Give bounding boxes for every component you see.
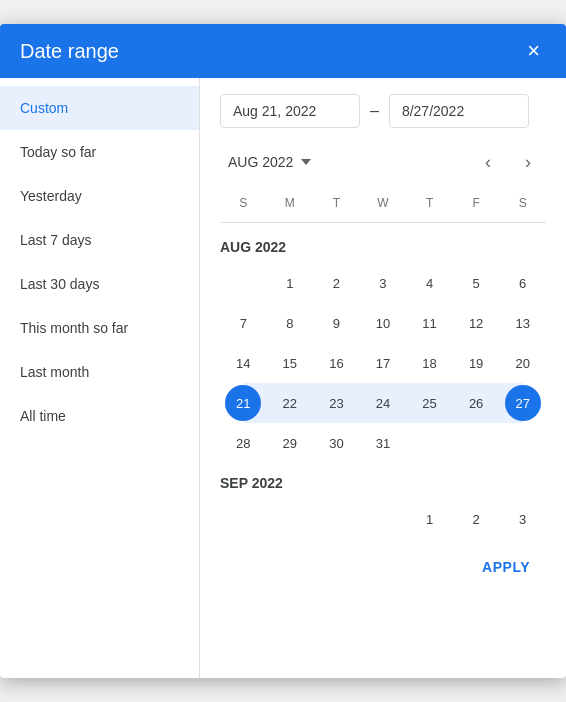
aug-empty2 — [406, 423, 453, 463]
month-year-button[interactable]: AUG 2022 — [220, 150, 319, 174]
sep-day-3[interactable]: 3 — [499, 499, 546, 539]
aug-day-6[interactable]: 6 — [499, 263, 546, 303]
sidebar-item-today[interactable]: Today so far — [0, 130, 199, 174]
sidebar: Custom Today so far Yesterday Last 7 day… — [0, 78, 200, 678]
weekday-w: W — [360, 192, 407, 214]
sep-week1: 1 2 3 — [220, 499, 546, 539]
sep-day-2[interactable]: 2 — [453, 499, 500, 539]
apply-button[interactable]: APPLY — [470, 551, 542, 583]
start-date-input[interactable] — [220, 94, 360, 128]
sep-empty4 — [360, 499, 407, 539]
weekday-f: F — [453, 192, 500, 214]
month-year-label: AUG 2022 — [228, 154, 293, 170]
aug-day-8[interactable]: 8 — [267, 303, 314, 343]
aug-day-3[interactable]: 3 — [360, 263, 407, 303]
date-range-dialog: Date range × Custom Today so far Yesterd… — [0, 24, 566, 678]
aug-day-22[interactable]: 22 — [267, 383, 314, 423]
sep-empty2 — [267, 499, 314, 539]
aug-day-13[interactable]: 13 — [499, 303, 546, 343]
aug-day-19[interactable]: 19 — [453, 343, 500, 383]
sidebar-item-yesterday[interactable]: Yesterday — [0, 174, 199, 218]
calendar-panel: – AUG 2022 ‹ › S M T W T — [200, 78, 566, 678]
sep-2022-label: SEP 2022 — [220, 463, 546, 499]
aug-day-2[interactable]: 2 — [313, 263, 360, 303]
close-button[interactable]: × — [521, 38, 546, 64]
sep-day-1[interactable]: 1 — [406, 499, 453, 539]
aug-week2: 7 8 9 10 11 12 13 — [220, 303, 546, 343]
aug-day-15[interactable]: 15 — [267, 343, 314, 383]
aug-week4: 21 22 23 24 25 26 27 — [220, 383, 546, 423]
weekday-s2: S — [499, 192, 546, 214]
end-date-input[interactable] — [389, 94, 529, 128]
dropdown-arrow-icon — [301, 159, 311, 165]
aug-day-25[interactable]: 25 — [406, 383, 453, 423]
aug-day-21[interactable]: 21 — [220, 383, 267, 423]
sidebar-item-thismonth[interactable]: This month so far — [0, 306, 199, 350]
aug-day-28[interactable]: 28 — [220, 423, 267, 463]
aug-day-23[interactable]: 23 — [313, 383, 360, 423]
aug-day-30[interactable]: 30 — [313, 423, 360, 463]
sep-empty3 — [313, 499, 360, 539]
calendar-nav: AUG 2022 ‹ › — [220, 144, 546, 180]
next-month-button[interactable]: › — [510, 144, 546, 180]
aug-day-20[interactable]: 20 — [499, 343, 546, 383]
aug-day-16[interactable]: 16 — [313, 343, 360, 383]
aug-day-4[interactable]: 4 — [406, 263, 453, 303]
weekday-s1: S — [220, 192, 267, 214]
sidebar-item-last30[interactable]: Last 30 days — [0, 262, 199, 306]
aug-empty1 — [220, 263, 267, 303]
aug-2022-label: AUG 2022 — [220, 227, 546, 263]
nav-arrows: ‹ › — [470, 144, 546, 180]
prev-month-button[interactable]: ‹ — [470, 144, 506, 180]
aug-day-29[interactable]: 29 — [267, 423, 314, 463]
dialog-title: Date range — [20, 40, 119, 63]
aug-day-10[interactable]: 10 — [360, 303, 407, 343]
apply-btn-container: APPLY — [220, 539, 546, 591]
weekday-t1: T — [313, 192, 360, 214]
aug-day-31[interactable]: 31 — [360, 423, 407, 463]
sidebar-item-last7[interactable]: Last 7 days — [0, 218, 199, 262]
aug-day-5[interactable]: 5 — [453, 263, 500, 303]
aug-day-12[interactable]: 12 — [453, 303, 500, 343]
aug-day-14[interactable]: 14 — [220, 343, 267, 383]
aug-day-27[interactable]: 27 — [499, 383, 546, 423]
aug-empty3 — [453, 423, 500, 463]
aug-week3: 14 15 16 17 18 19 20 — [220, 343, 546, 383]
weekday-headers: S M T W T F S — [220, 192, 546, 223]
weekday-m: M — [267, 192, 314, 214]
aug-day-17[interactable]: 17 — [360, 343, 407, 383]
aug-empty4 — [499, 423, 546, 463]
aug-day-26[interactable]: 26 — [453, 383, 500, 423]
sep-empty1 — [220, 499, 267, 539]
dialog-body: Custom Today so far Yesterday Last 7 day… — [0, 78, 566, 678]
aug-day-9[interactable]: 9 — [313, 303, 360, 343]
aug-day-11[interactable]: 11 — [406, 303, 453, 343]
date-inputs: – — [220, 94, 546, 128]
aug-day-1[interactable]: 1 — [267, 263, 314, 303]
aug-week5: 28 29 30 31 — [220, 423, 546, 463]
sidebar-item-alltime[interactable]: All time — [0, 394, 199, 438]
sidebar-item-custom[interactable]: Custom — [0, 86, 199, 130]
aug-week1: 1 2 3 4 5 6 — [220, 263, 546, 303]
weekday-t2: T — [406, 192, 453, 214]
aug-day-7[interactable]: 7 — [220, 303, 267, 343]
aug-day-24[interactable]: 24 — [360, 383, 407, 423]
sidebar-item-lastmonth[interactable]: Last month — [0, 350, 199, 394]
date-separator: – — [370, 102, 379, 120]
dialog-header: Date range × — [0, 24, 566, 78]
aug-day-18[interactable]: 18 — [406, 343, 453, 383]
